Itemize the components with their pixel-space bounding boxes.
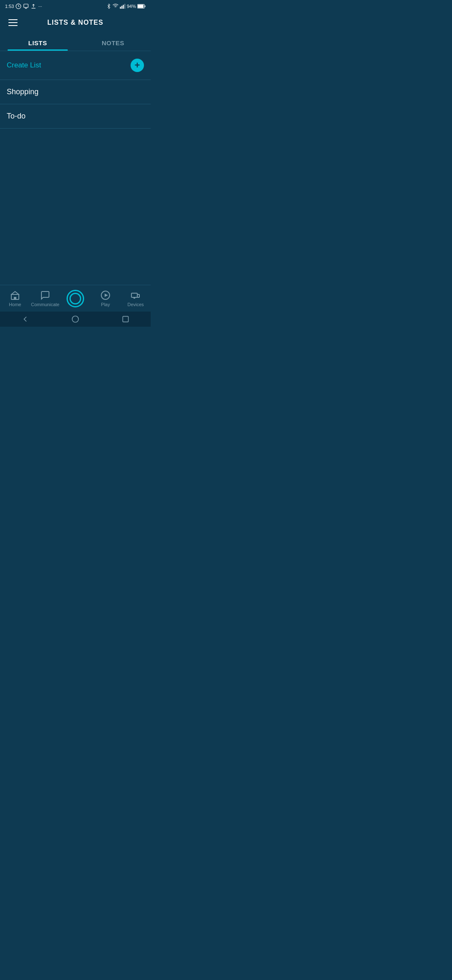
nav-item-play[interactable]: Play (90, 285, 121, 312)
create-list-button[interactable]: + (131, 59, 144, 72)
svg-rect-4 (123, 5, 124, 9)
communicate-icon (40, 290, 50, 300)
list-item-name: Shopping (7, 88, 39, 96)
battery-percent: 94% (127, 4, 136, 9)
ellipsis: ··· (38, 4, 42, 9)
svg-rect-3 (121, 6, 122, 9)
svg-rect-8 (138, 5, 144, 8)
nav-item-devices[interactable]: Devices (121, 285, 151, 312)
status-right-icons: 94% (106, 3, 146, 9)
alexa-button[interactable] (67, 290, 84, 307)
wifi-icon (113, 3, 118, 9)
system-recents-button[interactable] (121, 315, 130, 323)
alexa-inner-ring (69, 293, 81, 304)
nav-item-alexa[interactable] (60, 285, 90, 312)
svg-rect-14 (131, 293, 137, 297)
create-list-row[interactable]: Create List + (0, 51, 151, 80)
system-back-button[interactable] (21, 315, 29, 323)
tab-notes[interactable]: NOTES (75, 34, 151, 51)
communicate-label: Communicate (31, 302, 59, 307)
upload-icon (31, 3, 36, 9)
system-nav-bar (0, 312, 151, 327)
signal-icon (120, 3, 126, 9)
svg-marker-13 (105, 294, 108, 297)
system-home-button[interactable] (71, 315, 80, 323)
nav-item-communicate[interactable]: Communicate (30, 285, 60, 312)
time-display: 1:53 (5, 4, 14, 9)
svg-rect-5 (124, 4, 125, 9)
list-item[interactable]: Shopping (0, 80, 151, 104)
home-icon (10, 290, 20, 300)
menu-button[interactable] (7, 18, 19, 28)
svg-rect-7 (144, 5, 145, 7)
play-label: Play (101, 302, 110, 307)
status-time: 1:53 ··· (5, 3, 42, 9)
bluetooth-icon (106, 3, 111, 9)
tab-lists[interactable]: LISTS (0, 34, 75, 51)
page-title: LISTS & NOTES (19, 19, 131, 26)
list-item-name: To-do (7, 112, 26, 120)
home-label: Home (9, 302, 21, 307)
devices-label: Devices (127, 302, 144, 307)
status-bar: 1:53 ··· 94% (0, 0, 151, 12)
main-content: Create List + Shopping To-do (0, 51, 151, 129)
battery-icon (137, 4, 146, 9)
tab-bar: LISTS NOTES (0, 34, 151, 51)
svg-rect-2 (120, 7, 121, 9)
devices-icon (131, 290, 141, 300)
hamburger-line-3 (8, 25, 18, 26)
nav-item-home[interactable]: Home (0, 285, 30, 312)
plus-icon: + (135, 61, 140, 70)
list-item[interactable]: To-do (0, 104, 151, 128)
hamburger-line-1 (8, 19, 18, 20)
notification-icon-1 (15, 3, 21, 9)
notification-icon-2 (23, 3, 29, 9)
divider-3 (0, 128, 151, 129)
hamburger-line-2 (8, 22, 18, 23)
create-list-label: Create List (7, 61, 41, 70)
svg-rect-16 (123, 316, 128, 322)
svg-point-15 (72, 316, 79, 322)
svg-rect-1 (24, 4, 28, 8)
app-header: LISTS & NOTES (0, 12, 151, 34)
play-icon (100, 290, 110, 300)
bottom-nav: Home Communicate Play (0, 285, 151, 312)
